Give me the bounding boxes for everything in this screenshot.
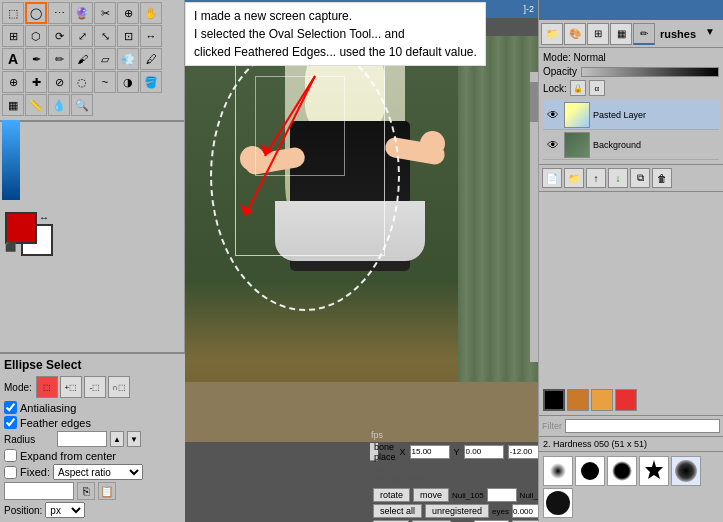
canvas-vscrollbar[interactable] (530, 72, 538, 362)
tool-eraser[interactable]: ▱ (94, 48, 116, 70)
tool-smudge[interactable]: ~ (94, 71, 116, 93)
mode-add-btn[interactable]: +⬚ (60, 376, 82, 398)
tool-measure[interactable]: 📏 (25, 94, 47, 116)
fixed-checkbox[interactable] (4, 466, 17, 479)
layer-new-btn[interactable]: 📄 (542, 168, 562, 188)
tool-bucket[interactable]: 🪣 (140, 71, 162, 93)
layer-up-btn[interactable]: ↑ (586, 168, 606, 188)
tool-flip[interactable]: ↔ (140, 25, 162, 47)
orange-chip[interactable] (591, 389, 613, 411)
tool-heal[interactable]: ✚ (25, 71, 47, 93)
brush-sample-3[interactable] (607, 456, 637, 486)
null105-input[interactable] (487, 488, 517, 502)
current-input[interactable]: Current (4, 482, 74, 500)
tool-dodge[interactable]: ◑ (117, 71, 139, 93)
brush-sample-2[interactable] (575, 456, 605, 486)
brown-chip[interactable] (567, 389, 589, 411)
radius-label: Radius (4, 434, 54, 445)
char-right-hand (420, 131, 445, 156)
tool-airbrush[interactable]: 💨 (117, 48, 139, 70)
tool-blur[interactable]: ◌ (71, 71, 93, 93)
tool-clone[interactable]: ⊕ (2, 71, 24, 93)
layer-pasted-item[interactable]: 👁 Pasted Layer (543, 100, 719, 130)
layer-delete-btn[interactable]: 🗑 (652, 168, 672, 188)
tool-gradient[interactable]: ▦ (2, 94, 24, 116)
brushes-panel-title (539, 0, 723, 20)
tool-scale[interactable]: ⤢ (71, 25, 93, 47)
current-paste-btn[interactable]: 📋 (98, 482, 116, 500)
layer-down-btn[interactable]: ↓ (608, 168, 628, 188)
tool-free-select[interactable]: ⋯ (48, 2, 70, 24)
vscrollbar-thumb[interactable] (530, 82, 538, 122)
tool-shear[interactable]: ⤡ (94, 25, 116, 47)
brush-sample-5[interactable] (671, 456, 701, 486)
feather-checkbox[interactable] (4, 416, 17, 429)
tool-rect-select[interactable]: ⬚ (2, 2, 24, 24)
layer-bg-thumb (564, 132, 590, 158)
bone-y-input[interactable] (464, 445, 504, 459)
tool-foreground-select[interactable]: ⊕ (117, 2, 139, 24)
brush-palette-icon[interactable]: 🎨 (564, 23, 586, 45)
tool-crop[interactable]: ⬡ (25, 25, 47, 47)
tool-perspective-clone[interactable]: ⊘ (48, 71, 70, 93)
mode-subtract-btn[interactable]: -⬚ (84, 376, 106, 398)
rotate-btn[interactable]: rotate (373, 488, 410, 502)
radius-spin-down[interactable]: ▼ (127, 431, 141, 447)
default-colors-icon[interactable]: ⬛ (5, 242, 16, 252)
foreground-color-chip[interactable] (5, 212, 37, 244)
eyes-input[interactable] (512, 504, 538, 518)
move-btn[interactable]: move (413, 488, 449, 502)
tool-rotate[interactable]: ⟳ (48, 25, 70, 47)
expand-center-checkbox[interactable] (4, 449, 17, 462)
bone-z-input[interactable] (508, 445, 538, 459)
unregistered-btn[interactable]: unregistered (425, 504, 489, 518)
tool-ink[interactable]: 🖊 (140, 48, 162, 70)
mode-replace-btn[interactable]: ⬚ (36, 376, 58, 398)
mode-intersect-btn[interactable]: ∩⬚ (108, 376, 130, 398)
brush-sample-6[interactable] (543, 488, 573, 518)
filter-input[interactable] (565, 419, 720, 433)
brush-sample-1[interactable] (543, 456, 573, 486)
brush-folder-icon[interactable]: 📁 (541, 23, 563, 45)
layer-duplicate-btn[interactable]: ⧉ (630, 168, 650, 188)
tool-align[interactable]: ⊞ (2, 25, 24, 47)
layer-pasted-visibility-btn[interactable]: 👁 (545, 107, 561, 123)
tool-ellipse-select[interactable]: ◯ (25, 2, 47, 24)
mode-label: Mode: Normal (543, 52, 719, 63)
layer-bg-item[interactable]: 👁 Background (543, 130, 719, 160)
tool-paintbrush[interactable]: 🖌 (71, 48, 93, 70)
brush-sample-4[interactable] (639, 456, 669, 486)
lock-pixels-btn[interactable]: 🔒 (570, 80, 586, 96)
brush-gradient-icon[interactable]: ▦ (610, 23, 632, 45)
select-all-btn[interactable]: select all (373, 504, 422, 518)
red-chip[interactable] (615, 389, 637, 411)
current-copy-btn[interactable]: ⎘ (77, 482, 95, 500)
fixed-select[interactable]: Aspect ratio (53, 464, 143, 480)
tool-scissors-select[interactable]: ✂ (94, 2, 116, 24)
tool-text[interactable]: A (2, 48, 24, 70)
brush-top-toolbar: 📁 🎨 ⊞ ▦ ✏ rushes ▼ (539, 20, 723, 48)
radius-spin-up[interactable]: ▲ (110, 431, 124, 447)
layer-folder-btn[interactable]: 📁 (564, 168, 584, 188)
px-select[interactable]: px (45, 502, 85, 518)
tool-pencil[interactable]: ✏ (48, 48, 70, 70)
brushes-dropdown-btn[interactable]: ▼ (705, 26, 721, 42)
tool-perspective[interactable]: ⊡ (117, 25, 139, 47)
tool-eyedropper[interactable]: 💧 (48, 94, 70, 116)
radius-input[interactable]: 10.0 (57, 431, 107, 447)
brush-brush-icon[interactable]: ✏ (633, 23, 655, 45)
brush-pattern-icon[interactable]: ⊞ (587, 23, 609, 45)
bone-bar: bone place X Y angleX (370, 443, 378, 461)
opacity-slider[interactable] (581, 67, 719, 77)
layer-bg-visibility-btn[interactable]: 👁 (545, 137, 561, 153)
antialiasing-checkbox[interactable] (4, 401, 17, 414)
lock-alpha-btn[interactable]: α (589, 80, 605, 96)
tool-fuzzy-select[interactable]: 🔮 (71, 2, 93, 24)
swap-colors-icon[interactable]: ↔ (39, 212, 49, 223)
tool-zoom[interactable]: 🔍 (71, 94, 93, 116)
black-chip[interactable] (543, 389, 565, 411)
canvas-content[interactable] (185, 36, 538, 442)
bone-x-input[interactable] (410, 445, 450, 459)
tool-move[interactable]: ✋ (140, 2, 162, 24)
tool-path[interactable]: ✒ (25, 48, 47, 70)
